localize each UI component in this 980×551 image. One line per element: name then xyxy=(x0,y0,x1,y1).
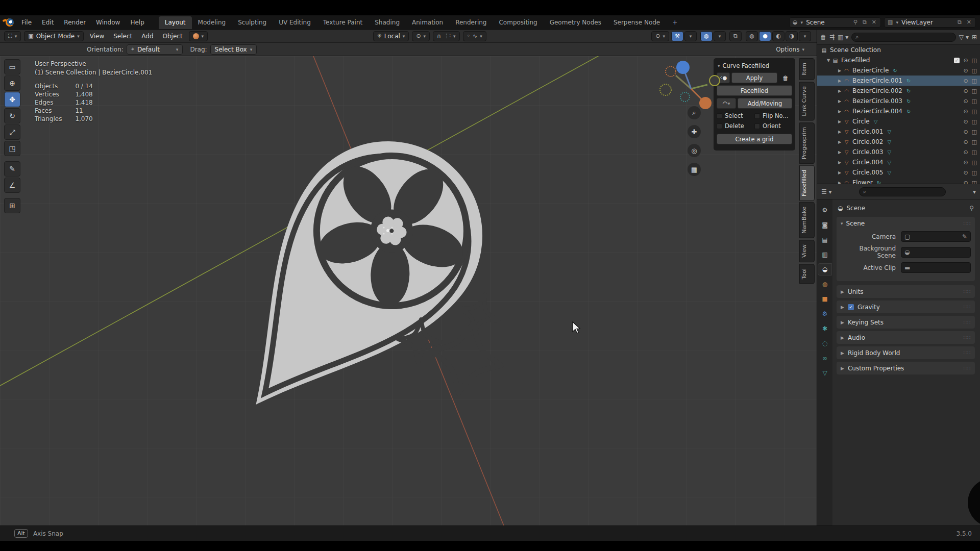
viewport-tool-button[interactable]: ⊕ xyxy=(4,76,20,91)
viewport-tool-button[interactable]: ⤢ xyxy=(4,124,20,140)
pivot-point-selector[interactable]: ⊙▾ xyxy=(412,31,430,41)
viewport-tool-button[interactable]: ⊞ xyxy=(4,198,20,213)
collapsed-panel[interactable]: ▶ Custom Properties ∷∷ xyxy=(837,362,975,374)
workspace-tab[interactable]: Sculpting xyxy=(232,16,273,29)
properties-options-dropdown[interactable]: ▾ xyxy=(973,188,976,195)
outliner-editor-type-icon[interactable]: 🗑 xyxy=(820,34,826,41)
collapsed-panel[interactable]: ▶ Audio ∷∷ xyxy=(837,331,975,344)
workspace-tab[interactable]: Layout xyxy=(159,16,192,29)
outliner-search-input[interactable]: ⌕ xyxy=(851,33,956,42)
pin-icon[interactable]: ⚲ xyxy=(969,205,974,212)
hide-eye-icon[interactable]: ⊙ xyxy=(963,118,968,125)
copy-icon[interactable]: ⧉ xyxy=(957,19,963,26)
delete-preset-button[interactable]: 🗑 xyxy=(779,72,792,83)
properties-tab[interactable]: ◒ xyxy=(818,264,831,275)
outliner-row[interactable]: ▶ ▽ Circle.002 ▽ ⊙ ◫ xyxy=(817,137,980,147)
operator-checkbox[interactable]: Flip No... xyxy=(754,112,792,119)
menu-item[interactable]: Help xyxy=(125,15,149,29)
property-value-field[interactable]: ▢ ✎ xyxy=(901,231,971,242)
disable-render-icon[interactable]: ◫ xyxy=(972,129,977,135)
panel-checkbox[interactable]: ✓ xyxy=(848,304,854,310)
filter-settings-icon[interactable]: ⇶ xyxy=(829,34,835,41)
facefilled-button[interactable]: Facefilled xyxy=(717,85,792,96)
sidebar-tab[interactable]: Link Curve xyxy=(799,82,815,120)
disable-render-icon[interactable]: ◫ xyxy=(972,118,977,125)
properties-tab[interactable]: ◌ xyxy=(818,338,831,349)
show-gizmo-toggle[interactable]: ⚒ xyxy=(671,31,683,41)
mode-selector[interactable]: ▣ Object Mode ▾ xyxy=(24,31,84,41)
properties-tab[interactable]: ▥ xyxy=(818,249,831,260)
outliner-row[interactable]: ▶ ◠ BezierCircle.002 ↻ ⊙ ◫ xyxy=(817,86,980,96)
viewport-menu-item[interactable]: Add xyxy=(137,33,158,40)
workspace-tab[interactable]: Geometry Nodes xyxy=(544,16,607,29)
hide-eye-icon[interactable]: ⊙ xyxy=(963,108,968,115)
sidebar-tab[interactable]: Progeoprim xyxy=(799,122,815,164)
properties-tab[interactable]: ✱ xyxy=(818,323,831,334)
disable-render-icon[interactable]: ◫ xyxy=(972,57,977,64)
properties-tab[interactable]: ⚙ xyxy=(818,205,831,216)
disclosure-arrow-icon[interactable]: ▶ xyxy=(837,119,843,124)
solid-shading-button[interactable]: ● xyxy=(759,31,771,41)
sidebar-tab[interactable]: Facefilled xyxy=(799,165,815,201)
hide-eye-icon[interactable]: ⊙ xyxy=(963,78,968,84)
disclosure-arrow-icon[interactable]: ▶ xyxy=(837,160,843,165)
outliner-row[interactable]: ▶ ◠ BezierCircle.001 ↻ ⊙ ◫ xyxy=(817,76,980,86)
disable-render-icon[interactable]: ◫ xyxy=(972,78,977,84)
workspace-tab[interactable]: Animation xyxy=(406,16,449,29)
properties-tab[interactable]: ◍ xyxy=(818,279,831,290)
workspace-tab[interactable]: Compositing xyxy=(493,16,543,29)
workspace-tab[interactable]: + xyxy=(666,16,683,29)
outliner-row[interactable]: ▶ ▽ Circle.001 ▽ ⊙ ◫ xyxy=(817,127,980,137)
scene-panel-header[interactable]: ▾ Scene ∷∷ xyxy=(841,220,971,227)
pin-icon[interactable]: ⚲ xyxy=(852,19,859,26)
menu-item[interactable]: Render xyxy=(59,15,91,29)
sidebar-tab[interactable]: Item xyxy=(799,58,815,80)
blender-logo-icon[interactable] xyxy=(3,15,16,29)
hide-eye-icon[interactable]: ⊙ xyxy=(963,88,968,94)
disclosure-arrow-icon[interactable]: ▶ xyxy=(837,130,843,134)
display-mode-dropdown[interactable]: ▥ ▾ xyxy=(838,34,848,41)
eyedropper-icon[interactable]: ✎ xyxy=(962,233,967,240)
sidebar-tab[interactable]: Tool xyxy=(799,264,815,284)
viewport-tool-button[interactable]: ✥ xyxy=(4,92,20,107)
view-layer-selector[interactable]: ▥▾ ViewLayer ⧉ ✕ xyxy=(884,17,976,28)
properties-tab[interactable]: ■ xyxy=(818,293,831,305)
new-collection-button[interactable]: ⊞ xyxy=(972,34,977,41)
drag-dropdown[interactable]: Select Box ▾ xyxy=(210,44,257,55)
hide-eye-icon[interactable]: ⊙ xyxy=(963,67,968,74)
hide-eye-icon[interactable]: ⊙ xyxy=(963,57,968,64)
gizmo-dropdown[interactable]: ▾ xyxy=(684,31,697,41)
hide-eye-icon[interactable]: ⊙ xyxy=(963,149,968,156)
hide-eye-icon[interactable]: ⊙ xyxy=(963,159,968,166)
properties-tab[interactable]: ⚙ xyxy=(818,308,831,319)
apply-button[interactable]: Apply xyxy=(731,72,777,83)
close-icon[interactable]: ✕ xyxy=(966,19,972,26)
outliner-row[interactable]: ▶ ▽ Circle.004 ▽ ⊙ ◫ xyxy=(817,157,980,167)
disable-render-icon[interactable]: ◫ xyxy=(972,67,977,74)
outliner-row[interactable]: ▶ ◠ BezierCircle.003 ↻ ⊙ ◫ xyxy=(817,96,980,106)
property-value-field[interactable]: ▬ xyxy=(901,262,971,273)
property-value-field[interactable]: ◒ xyxy=(901,247,971,258)
disclosure-arrow-icon[interactable]: ▶ xyxy=(837,150,843,155)
disable-render-icon[interactable]: ◫ xyxy=(972,149,977,156)
options-dropdown[interactable]: Options▾ xyxy=(776,46,804,53)
viewport-menu-item[interactable]: Select xyxy=(109,33,137,40)
close-icon[interactable]: ✕ xyxy=(871,19,877,26)
viewport-menu-item[interactable]: View xyxy=(85,33,109,40)
disable-render-icon[interactable]: ◫ xyxy=(972,169,977,176)
outliner-row[interactable]: ▼ ▤ Facefilled ✓ ⊙ ◫ xyxy=(817,55,980,65)
copy-icon[interactable]: ⧉ xyxy=(862,19,868,26)
scene-selector[interactable]: ◒▾ Scene ⚲ ⧉ ✕ xyxy=(789,17,881,28)
workspace-tab[interactable]: Texture Paint xyxy=(317,16,369,29)
disclosure-arrow-icon[interactable]: ▶ xyxy=(837,89,843,93)
disable-render-icon[interactable]: ◫ xyxy=(972,98,977,105)
sidebar-tab[interactable]: NamBake xyxy=(799,202,815,238)
disclosure-arrow-icon[interactable]: ▼ xyxy=(825,58,831,63)
viewport-nav-button[interactable]: ▦ xyxy=(688,163,701,176)
workspace-tab[interactable]: Rendering xyxy=(449,16,493,29)
disable-render-icon[interactable]: ◫ xyxy=(972,108,977,115)
collapsed-panel[interactable]: ▶ ✓ Gravity ∷∷ xyxy=(837,300,975,313)
disclosure-arrow-icon[interactable]: ▶ xyxy=(837,140,843,144)
create-grid-button[interactable]: Create a grid xyxy=(717,134,792,144)
collapsed-panel[interactable]: ▶ Rigid Body World ∷∷ xyxy=(837,346,975,359)
